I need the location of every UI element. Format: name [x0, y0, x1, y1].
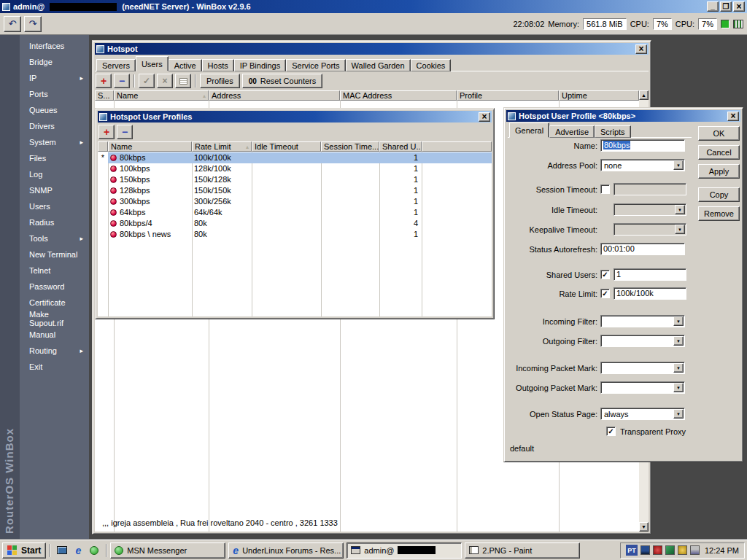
column-header-mac[interactable]: MAC Address: [340, 90, 457, 101]
chevron-down-icon[interactable]: ▼: [675, 225, 685, 234]
chevron-down-icon[interactable]: ▼: [673, 160, 684, 170]
column-header-marker[interactable]: [98, 141, 108, 152]
column-header-state[interactable]: S...: [95, 90, 114, 101]
tab-general[interactable]: General: [509, 122, 549, 138]
status-autorefresh-input[interactable]: 00:01:00: [600, 243, 685, 255]
sidebar-item-log[interactable]: Log: [20, 166, 89, 182]
idle-timeout-select[interactable]: ▼: [614, 203, 686, 216]
table-row[interactable]: 80kbps/4 80k 4: [98, 218, 492, 229]
counters-button[interactable]: [175, 74, 191, 88]
open-status-page-select[interactable]: always ▼: [600, 408, 685, 420]
name-input[interactable]: 80kbps: [600, 139, 685, 152]
minimize-button[interactable]: _: [707, 1, 719, 12]
tray-icon[interactable]: [665, 545, 675, 555]
session-timeout-checkbox[interactable]: [600, 184, 610, 194]
add-button[interactable]: +: [98, 125, 115, 139]
tab-ip-bindings[interactable]: IP Bindings: [234, 59, 286, 71]
sidebar-item-system[interactable]: System▸: [20, 134, 89, 150]
tab-service-ports[interactable]: Service Ports: [286, 59, 345, 71]
tab-hosts[interactable]: Hosts: [202, 59, 234, 71]
copy-button[interactable]: Copy: [698, 187, 740, 202]
close-icon[interactable]: ×: [635, 44, 647, 54]
rate-limit-input[interactable]: 100k/100k: [614, 287, 686, 300]
sidebar-item-exit[interactable]: Exit: [20, 359, 89, 375]
disable-button[interactable]: ×: [157, 74, 173, 88]
remove-button[interactable]: Remove: [698, 206, 740, 221]
transparent-proxy-checkbox[interactable]: ✓: [606, 427, 616, 436]
sidebar-item-interfaces[interactable]: Interfaces: [20, 38, 89, 54]
start-button[interactable]: Start: [2, 542, 46, 559]
table-row[interactable]: 100kbps 128k/100k 1: [98, 163, 492, 174]
remove-button[interactable]: −: [117, 125, 133, 139]
close-button[interactable]: ×: [733, 1, 745, 12]
ok-button[interactable]: OK: [698, 126, 740, 141]
column-header-rate-limit[interactable]: Rate Limit▴: [192, 141, 252, 152]
reset-counters-button[interactable]: 00 Reset Counters: [242, 74, 323, 88]
sidebar-item-manual[interactable]: Manual: [20, 327, 89, 343]
column-header-session-timeout[interactable]: Session Time...: [321, 141, 379, 152]
scroll-up-icon[interactable]: ▲: [639, 90, 649, 100]
sidebar-item-new-terminal[interactable]: New Terminal: [20, 246, 89, 262]
sidebar-item-telnet[interactable]: Telnet: [20, 262, 89, 279]
task-button-winbox[interactable]: admin@: [347, 542, 462, 559]
quicklaunch-ie-icon[interactable]: e: [71, 544, 85, 557]
sidebar-item-files[interactable]: Files: [20, 150, 89, 166]
chevron-down-icon[interactable]: ▼: [673, 316, 684, 326]
table-row[interactable]: 80kbps \ news 80k 1: [98, 229, 492, 240]
sidebar-item-ip[interactable]: IP▸: [20, 70, 89, 86]
profiles-button[interactable]: Profiles: [200, 74, 240, 88]
quicklaunch-msn-icon[interactable]: [88, 544, 101, 557]
close-icon[interactable]: ×: [479, 112, 490, 122]
table-row[interactable]: 64kbps 64k/64k 1: [98, 207, 492, 218]
sidebar-item-ports[interactable]: Ports: [20, 86, 89, 102]
sidebar-item-bridge[interactable]: Bridge: [20, 54, 89, 70]
chevron-down-icon[interactable]: ▼: [673, 336, 684, 346]
table-row[interactable]: 300kbps 300k/256k 1: [98, 196, 492, 207]
outgoing-packet-mark-select[interactable]: ▼: [600, 381, 685, 394]
shared-users-input[interactable]: 1: [614, 268, 686, 281]
enable-button[interactable]: ✓: [139, 74, 155, 88]
task-button-paint[interactable]: 2.PNG - Paint: [465, 542, 580, 559]
sidebar-item-certificate[interactable]: Certificate: [20, 295, 89, 311]
tray-icon[interactable]: [653, 545, 662, 555]
column-header-idle-timeout[interactable]: Idle Timeout: [252, 141, 321, 152]
chevron-down-icon[interactable]: ▼: [673, 363, 684, 373]
sidebar-item-users[interactable]: Users: [20, 198, 89, 214]
cancel-button[interactable]: Cancel: [698, 145, 740, 160]
incoming-filter-select[interactable]: ▼: [600, 315, 685, 327]
sidebar-item-tools[interactable]: Tools▸: [20, 230, 89, 246]
tray-display-icon[interactable]: [640, 545, 650, 555]
close-icon[interactable]: ×: [727, 112, 739, 121]
scroll-down-icon[interactable]: ▼: [639, 522, 649, 532]
redo-button[interactable]: ↷: [24, 16, 42, 32]
sidebar-item-password[interactable]: Password: [20, 279, 89, 295]
maximize-button[interactable]: ❐: [720, 1, 732, 12]
tray-icon[interactable]: [690, 545, 700, 555]
chevron-down-icon[interactable]: ▼: [673, 409, 684, 419]
column-header-uptime[interactable]: Uptime: [559, 90, 639, 101]
tab-servers[interactable]: Servers: [96, 59, 136, 71]
column-header-name[interactable]: Name: [108, 141, 192, 152]
table-row[interactable]: 150kbps 150k/128k 1: [98, 174, 492, 185]
apply-button[interactable]: Apply: [698, 164, 740, 179]
add-button[interactable]: +: [96, 74, 112, 88]
tab-walled-garden[interactable]: Walled Garden: [346, 59, 411, 71]
table-row[interactable]: * 80kbps 100k/100k 1: [98, 152, 492, 163]
incoming-packet-mark-select[interactable]: ▼: [600, 362, 685, 374]
tab-cookies[interactable]: Cookies: [411, 59, 452, 71]
quicklaunch-desktop-icon[interactable]: [55, 544, 69, 557]
tab-users[interactable]: Users: [136, 56, 169, 71]
language-indicator[interactable]: PT: [626, 545, 638, 556]
sidebar-item-radius[interactable]: Radius: [20, 214, 89, 230]
tab-advertise[interactable]: Advertise: [549, 125, 595, 138]
remove-button[interactable]: −: [114, 74, 130, 88]
column-header-shared-users[interactable]: Shared U...: [379, 141, 422, 152]
sidebar-item-snmp[interactable]: SNMP: [20, 182, 89, 198]
keepalive-timeout-select[interactable]: ▼: [614, 223, 686, 236]
outgoing-filter-select[interactable]: ▼: [600, 335, 685, 347]
chevron-down-icon[interactable]: ▼: [675, 205, 685, 214]
column-header-profile[interactable]: Profile: [457, 90, 559, 101]
tab-active[interactable]: Active: [169, 59, 202, 71]
rate-limit-checkbox[interactable]: ✓: [600, 289, 610, 298]
table-row[interactable]: 128kbps 150k/150k 1: [98, 185, 492, 196]
